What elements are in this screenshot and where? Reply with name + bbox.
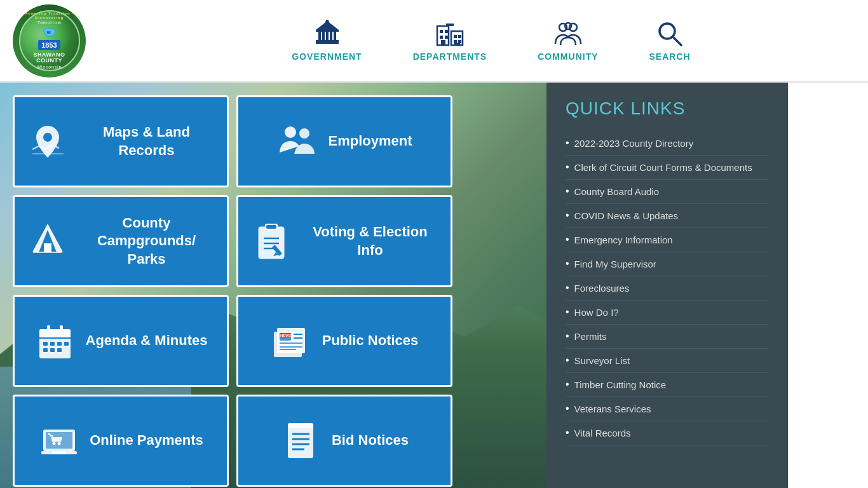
hero-area: Maps & Land Records Employment	[0, 83, 546, 488]
nav-item-government[interactable]: GOVERNMENT	[292, 20, 362, 62]
search-icon	[656, 20, 684, 48]
svg-rect-56	[57, 348, 62, 352]
tile-label-employment: Employment	[328, 132, 412, 151]
quick-link-item[interactable]: Find My Supervisor	[566, 252, 769, 276]
quick-link-surveyor-list[interactable]: Surveyor List	[574, 354, 630, 367]
calendar-icon	[34, 320, 76, 362]
svg-rect-72	[52, 451, 66, 454]
nav-item-search[interactable]: SEARCH	[649, 20, 691, 62]
quick-link-how-do-i[interactable]: How Do I?	[574, 306, 619, 319]
svg-line-29	[673, 37, 681, 45]
government-icon	[313, 20, 341, 48]
quick-link-item[interactable]: Permits	[566, 325, 769, 349]
svg-rect-17	[445, 36, 448, 39]
clipboard-check-icon	[251, 220, 292, 262]
site-logo: Honoring Tradition · Discovering Tomorro…	[13, 4, 86, 78]
quick-link-item[interactable]: Veterans Services	[566, 397, 769, 421]
quick-link-item[interactable]: Clerk of Circuit Court Forms & Documents	[566, 156, 769, 180]
wisconsin-shape-icon: WI	[40, 27, 59, 38]
quick-link-permits[interactable]: Permits	[574, 330, 607, 343]
quick-link-find-supervisor[interactable]: Find My Supervisor	[574, 257, 656, 271]
svg-rect-14	[440, 30, 443, 33]
quick-link-item[interactable]: Emergency Information	[566, 228, 769, 252]
svg-rect-76	[288, 423, 313, 428]
svg-rect-5	[330, 31, 332, 40]
quick-link-item[interactable]: Foreclosures	[566, 276, 769, 301]
employment-people-icon	[276, 121, 318, 162]
tile-agenda[interactable]: Agenda & Minutes	[13, 295, 229, 387]
tile-campgrounds[interactable]: County Campgrounds/ Parks	[13, 195, 229, 287]
svg-rect-53	[64, 342, 69, 346]
svg-rect-58	[60, 325, 63, 333]
quick-link-item[interactable]: How Do I?	[566, 301, 769, 325]
svg-rect-52	[57, 342, 62, 346]
tiles-grid: Maps & Land Records Employment	[13, 95, 534, 482]
nav-label-departments: DEPARTMENTS	[413, 51, 487, 62]
svg-text:WI: WI	[46, 30, 50, 34]
svg-rect-54	[43, 348, 48, 352]
nav-label-search: SEARCH	[649, 51, 691, 62]
tent-icon	[27, 220, 69, 262]
svg-rect-50	[43, 342, 48, 346]
tile-public-notices[interactable]: NEWS Public Notices	[236, 295, 452, 387]
quick-links-sidebar: QUICK LINKS 2022-2023 County Directory C…	[546, 83, 788, 488]
logo-area[interactable]: Honoring Tradition · Discovering Tomorro…	[13, 4, 127, 78]
quick-link-item[interactable]: Surveyor List	[566, 349, 769, 373]
svg-rect-9	[325, 24, 329, 29]
svg-point-30	[43, 133, 52, 142]
quick-link-timber-cutting[interactable]: Timber Cutting Notice	[574, 378, 667, 391]
quick-link-foreclosures[interactable]: Foreclosures	[574, 281, 630, 295]
tile-label-campgrounds: County Campgrounds/ Parks	[79, 214, 214, 269]
cart-computer-icon	[38, 420, 79, 461]
map-pin-icon	[27, 121, 69, 162]
svg-point-74	[58, 442, 61, 445]
quick-link-county-board-audio[interactable]: County Board Audio	[574, 185, 659, 198]
site-header: Honoring Tradition · Discovering Tomorro…	[0, 0, 868, 83]
tile-label-voting: Voting & Election Info	[302, 223, 438, 259]
svg-rect-15	[445, 30, 448, 33]
quick-link-item[interactable]: COVID News & Updates	[566, 204, 769, 228]
svg-rect-4	[326, 31, 329, 40]
svg-rect-55	[50, 348, 55, 352]
svg-text:NEWS: NEWS	[280, 334, 292, 337]
svg-rect-7	[316, 30, 339, 32]
svg-rect-48	[39, 333, 71, 338]
tile-online-payments[interactable]: Online Payments	[13, 395, 229, 487]
svg-rect-18	[454, 35, 457, 38]
main-content: Maps & Land Records Employment	[0, 83, 868, 488]
tile-maps-land-records[interactable]: Maps & Land Records	[13, 95, 229, 187]
logo-year: 1853	[38, 40, 60, 50]
svg-point-32	[285, 126, 296, 138]
community-icon	[554, 20, 582, 48]
svg-rect-3	[322, 31, 325, 40]
svg-rect-1	[316, 40, 339, 44]
quick-link-county-directory[interactable]: 2022-2023 County Directory	[574, 137, 694, 150]
svg-rect-40	[266, 225, 276, 229]
quick-link-veterans-services[interactable]: Veterans Services	[574, 402, 651, 416]
quick-link-emergency-info[interactable]: Emergency Information	[574, 233, 673, 247]
quick-link-item[interactable]: Timber Cutting Notice	[566, 373, 769, 397]
nav-label-community: COMMUNITY	[538, 51, 598, 62]
tile-voting[interactable]: Voting & Election Info	[236, 195, 452, 287]
svg-rect-75	[288, 423, 313, 458]
quick-link-item[interactable]: Vital Records	[566, 421, 769, 445]
svg-rect-57	[47, 325, 50, 333]
svg-rect-24	[446, 24, 454, 26]
tile-label-maps: Maps & Land Records	[79, 123, 214, 159]
svg-point-33	[299, 128, 309, 139]
quick-link-covid-news[interactable]: COVID News & Updates	[574, 209, 678, 222]
quick-link-item[interactable]: 2022-2023 County Directory	[566, 132, 769, 156]
quick-link-vital-records[interactable]: Vital Records	[574, 426, 631, 440]
svg-rect-2	[318, 31, 321, 40]
tile-bid-notices[interactable]: Bid Notices	[236, 395, 452, 487]
nav-item-community[interactable]: COMMUNITY	[538, 20, 598, 62]
tile-label-online-payments: Online Payments	[90, 431, 203, 450]
departments-icon	[436, 20, 464, 48]
svg-rect-23	[454, 43, 460, 45]
quick-link-item[interactable]: County Board Audio	[566, 180, 769, 204]
quick-link-clerk-court[interactable]: Clerk of Circuit Court Forms & Documents	[574, 161, 752, 174]
svg-rect-19	[458, 35, 461, 38]
nav-item-departments[interactable]: DEPARTMENTS	[413, 20, 487, 62]
svg-rect-51	[50, 342, 55, 346]
tile-employment[interactable]: Employment	[236, 95, 452, 187]
